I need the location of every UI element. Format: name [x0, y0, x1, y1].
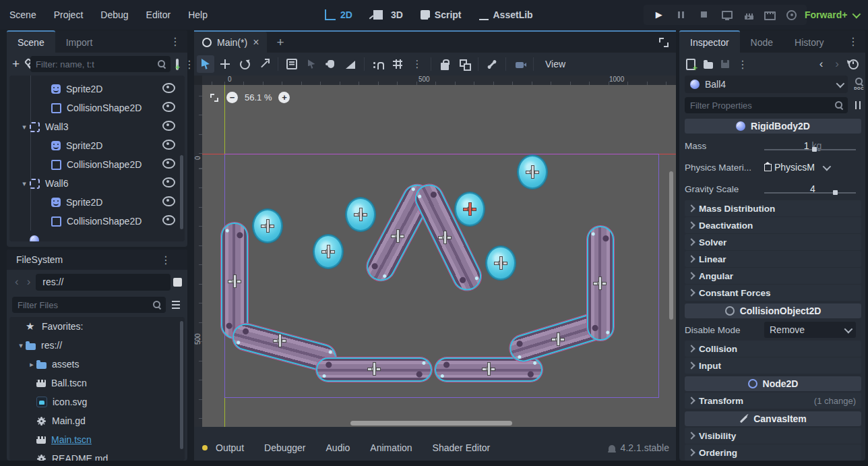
view-menu[interactable]: View [538, 59, 572, 69]
visibility-eye-icon[interactable] [162, 177, 175, 190]
group-deactivation[interactable]: Deactivation [685, 217, 861, 233]
bone-tool-button[interactable] [483, 55, 501, 73]
inspector-filter-input[interactable] [685, 100, 834, 111]
category-collisionobject2d[interactable]: CollisionObject2D [685, 303, 861, 318]
menu-project[interactable]: Project [54, 9, 84, 20]
lock-tool-button[interactable] [436, 55, 454, 73]
tab-main-scene[interactable]: Main(*) × [194, 32, 267, 53]
file-row-readme-md[interactable]: README.md [9, 449, 185, 461]
visibility-eye-icon[interactable] [162, 102, 175, 114]
expand-viewport-icon[interactable] [658, 37, 669, 48]
save-resource-button[interactable] [721, 60, 729, 68]
group-constant-forces[interactable]: Constant Forces [685, 285, 861, 301]
attach-script-button[interactable] [176, 59, 179, 70]
group-ordering[interactable]: Ordering [685, 444, 861, 461]
nav-back-button[interactable]: ‹ [12, 275, 22, 289]
tree-row-wall3[interactable]: ▾Wall3 [9, 117, 185, 136]
scene-filter-input[interactable] [30, 59, 157, 69]
main-screen-3d[interactable]: 3D [370, 9, 403, 20]
play-custom-scene-button[interactable] [764, 11, 776, 20]
file-row-favorites[interactable]: ★Favorites: [9, 317, 185, 336]
pan-tool-button[interactable] [322, 55, 340, 73]
zoom-out-button[interactable]: − [226, 92, 238, 103]
split-mode-button[interactable] [173, 278, 182, 287]
history-forward-button[interactable]: › [832, 57, 842, 71]
pause-button[interactable] [675, 9, 687, 21]
slider-handle[interactable] [812, 147, 817, 152]
load-resource-button[interactable] [704, 62, 713, 69]
slider-track[interactable] [764, 192, 856, 194]
main-screen-assetlib[interactable]: AssetLib [479, 9, 533, 20]
vertical-scrollbar[interactable] [669, 171, 673, 320]
visibility-eye-icon[interactable] [162, 215, 175, 227]
movie-maker-button[interactable] [786, 10, 797, 20]
tab-inspector[interactable]: Inspector [679, 30, 740, 53]
filesystem-filter-input[interactable] [12, 300, 152, 310]
bottom-panel-output[interactable]: Output [216, 442, 244, 453]
select-tool-button[interactable] [197, 55, 214, 73]
menu-help[interactable]: Help [188, 9, 208, 20]
menu-scene[interactable]: Scene [9, 9, 36, 20]
tree-row-collisionshape2d[interactable]: CollisionShape2D [9, 212, 185, 231]
zoom-level[interactable]: 56.1 % [245, 92, 272, 103]
group-transform[interactable]: Transform(1 change) [685, 392, 861, 409]
close-icon[interactable]: × [253, 36, 259, 49]
tree-row[interactable] [9, 231, 185, 241]
sort-files-button[interactable] [171, 299, 182, 310]
visibility-eye-icon[interactable] [162, 140, 175, 152]
resource-menu-button[interactable]: ⋮ [737, 58, 748, 71]
2d-viewport-canvas[interactable]: − 56.1 % + [202, 85, 676, 427]
filesystem-menu-button[interactable]: ⋮ [154, 254, 178, 266]
move-tool-button[interactable] [216, 55, 234, 73]
new-resource-button[interactable] [686, 59, 695, 70]
play-scene-button[interactable] [745, 13, 753, 20]
selected-move-gizmo[interactable] [462, 202, 477, 216]
zoom-in-button[interactable]: + [278, 92, 290, 103]
stop-button[interactable] [698, 9, 710, 21]
slider-track[interactable] [764, 149, 856, 150]
path-field[interactable]: res:// [36, 274, 170, 291]
group-linear[interactable]: Linear [685, 251, 861, 267]
rotate-tool-button[interactable] [236, 55, 253, 73]
play-button[interactable]: ▶ [653, 9, 665, 21]
menu-debug[interactable]: Debug [100, 9, 128, 20]
file-row-assets[interactable]: ▸assets [9, 355, 185, 374]
main-screen-2d[interactable]: 2D [325, 9, 352, 20]
bottom-panel-audio[interactable]: Audio [326, 442, 350, 453]
snap-grid-tool-button[interactable] [389, 55, 406, 73]
tab-import[interactable]: Import [55, 30, 104, 53]
file-row-ball-tscn[interactable]: Ball.tscn [9, 374, 185, 392]
file-row-icon-svg[interactable]: icon.svg [9, 392, 185, 411]
visibility-eye-icon[interactable] [162, 196, 175, 208]
edited-object-selector[interactable]: Ball4 DOC [685, 76, 848, 93]
group-input[interactable]: Input [685, 357, 861, 374]
file-row-main-tscn[interactable]: Main.tscn [9, 430, 185, 449]
property-value-editor[interactable]: 4 [764, 183, 861, 194]
property-value-editor[interactable]: 1kg [764, 140, 861, 151]
main-screen-script[interactable]: Script [421, 9, 462, 20]
tab-menu-button[interactable]: ⋮ [841, 35, 865, 48]
group-visibility[interactable]: Visibility [685, 428, 861, 444]
new-scene-tab-button[interactable]: + [267, 35, 293, 50]
tree-arrow-icon[interactable]: ▾ [16, 341, 26, 350]
vertical-ruler[interactable]: 0500 [194, 85, 202, 427]
tree-arrow-icon[interactable]: ▾ [19, 179, 30, 188]
tree-row-sprite2d[interactable]: Sprite2D [9, 136, 185, 155]
list-select-tool-button[interactable] [283, 55, 301, 73]
category-canvasitem[interactable]: CanvasItem [685, 411, 861, 426]
resource-picker[interactable]: PhysicsM [764, 162, 861, 173]
camera-tool-button[interactable] [511, 55, 528, 73]
horizontal-scrollbar[interactable] [350, 421, 512, 426]
group-tool-button[interactable] [456, 55, 473, 73]
tree-row-sprite2d[interactable]: Sprite2D [9, 80, 185, 98]
visibility-eye-icon[interactable] [162, 83, 175, 95]
visibility-eye-icon[interactable] [162, 121, 175, 133]
bottom-panel-debugger[interactable]: Debugger [264, 442, 306, 453]
tab-node[interactable]: Node [740, 30, 784, 53]
visibility-eye-icon[interactable] [162, 158, 175, 171]
visibility-eye-icon[interactable] [162, 76, 175, 76]
tree-row-wall6[interactable]: ▾Wall6 [9, 174, 185, 193]
scale-tool-button[interactable] [255, 55, 273, 73]
category-node2d[interactable]: Node2D [685, 376, 861, 391]
property-tools-button[interactable] [853, 100, 863, 110]
